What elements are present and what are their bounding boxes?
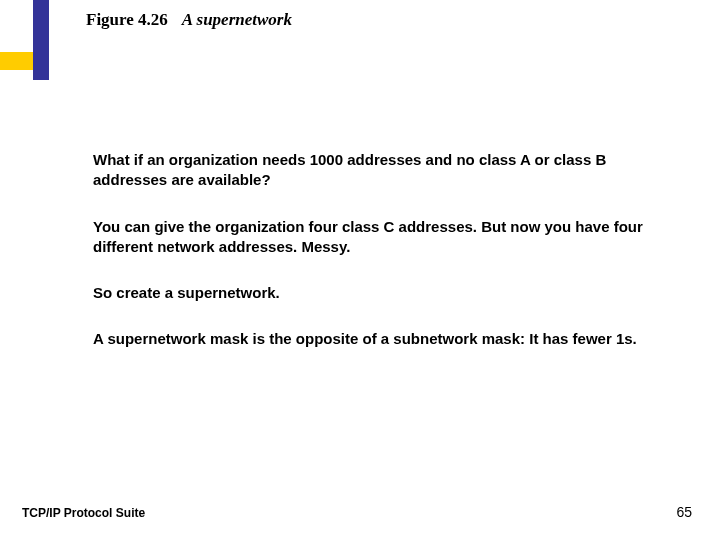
paragraph: A supernetwork mask is the opposite of a… xyxy=(93,329,653,349)
accent-bar-vertical xyxy=(33,0,49,80)
footer-source: TCP/IP Protocol Suite xyxy=(22,506,145,520)
paragraph: So create a supernetwork. xyxy=(93,283,653,303)
paragraph: You can give the organization four class… xyxy=(93,217,653,258)
figure-label: Figure 4.26 xyxy=(86,10,168,30)
figure-heading: Figure 4.26 A supernetwork xyxy=(86,10,292,30)
body-text: What if an organization needs 1000 addre… xyxy=(93,150,653,376)
page-number: 65 xyxy=(676,504,692,520)
paragraph: What if an organization needs 1000 addre… xyxy=(93,150,653,191)
figure-title: A supernetwork xyxy=(182,10,292,30)
